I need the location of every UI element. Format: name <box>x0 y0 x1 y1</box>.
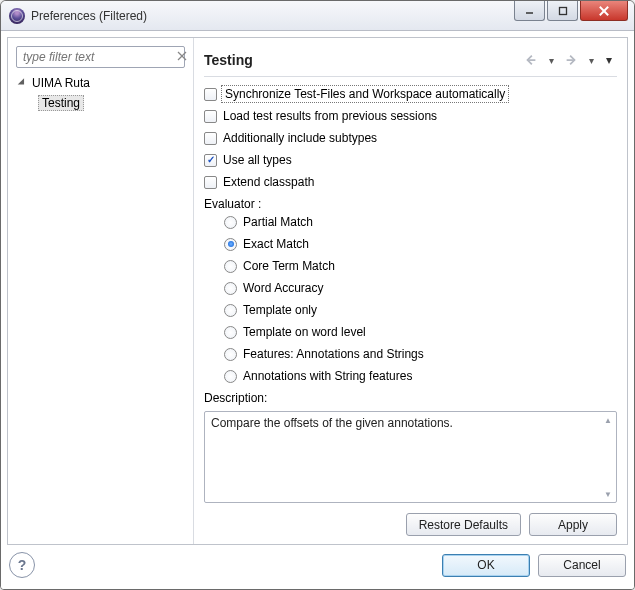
scroll-up-icon[interactable]: ▲ <box>600 412 616 428</box>
checkbox-icon[interactable] <box>204 154 217 167</box>
page-button-row: Restore Defaults Apply <box>204 503 617 536</box>
checkbox-label: Extend classpath <box>223 175 314 189</box>
checkbox-icon[interactable] <box>204 88 217 101</box>
description-textarea[interactable]: Compare the offsets of the given annotat… <box>204 411 617 503</box>
titlebar[interactable]: Preferences (Filtered) <box>1 1 634 31</box>
tree-item-label: Testing <box>38 95 84 111</box>
close-button[interactable] <box>580 1 628 21</box>
button-label: OK <box>477 558 494 572</box>
description-text: Compare the offsets of the given annotat… <box>211 416 598 430</box>
preference-page: Testing ▾ ▾ ▾ Synchronize Test-Fi <box>194 38 627 544</box>
radio-label: Partial Match <box>243 215 313 229</box>
radio-row[interactable]: Core Term Match <box>224 257 617 275</box>
maximize-button[interactable] <box>547 1 578 21</box>
svg-rect-1 <box>559 7 566 14</box>
checkbox-label: Additionally include subtypes <box>223 131 377 145</box>
radio-row[interactable]: Template only <box>224 301 617 319</box>
app-icon <box>9 8 25 24</box>
scroll-down-icon[interactable]: ▼ <box>600 486 616 502</box>
checkbox-row[interactable]: Synchronize Test-Files and Workspace aut… <box>204 85 617 103</box>
radio-icon[interactable] <box>224 304 237 317</box>
checkbox-label: Use all types <box>223 153 292 167</box>
radio-row[interactable]: Features: Annotations and Strings <box>224 345 617 363</box>
checkbox-row[interactable]: Additionally include subtypes <box>204 129 617 147</box>
page-header: Testing ▾ ▾ ▾ <box>204 46 617 74</box>
description-area: Compare the offsets of the given annotat… <box>204 411 617 503</box>
back-button[interactable] <box>521 51 541 69</box>
dialog-footer: ? OK Cancel <box>7 547 628 583</box>
radio-row[interactable]: Exact Match <box>224 235 617 253</box>
category-tree: UIMA Ruta Testing <box>16 74 185 112</box>
cancel-button[interactable]: Cancel <box>538 554 626 577</box>
view-menu-icon[interactable]: ▾ <box>601 53 617 67</box>
footer-buttons: OK Cancel <box>442 554 626 577</box>
preferences-window: Preferences (Filtered) <box>0 0 635 590</box>
tree-item-testing[interactable]: Testing <box>16 94 185 112</box>
tree-item-uima-ruta[interactable]: UIMA Ruta <box>16 74 185 92</box>
apply-button[interactable]: Apply <box>529 513 617 536</box>
radio-row[interactable]: Word Accuracy <box>224 279 617 297</box>
restore-defaults-button[interactable]: Restore Defaults <box>406 513 521 536</box>
clear-filter-icon[interactable] <box>176 50 188 65</box>
page-toolbar: ▾ ▾ ▾ <box>521 51 617 69</box>
radio-row[interactable]: Partial Match <box>224 213 617 231</box>
filter-input[interactable] <box>21 49 176 65</box>
category-panel: UIMA Ruta Testing <box>8 38 194 544</box>
button-label: Cancel <box>563 558 600 572</box>
radio-icon[interactable] <box>224 370 237 383</box>
forward-button[interactable] <box>561 51 581 69</box>
evaluator-label: Evaluator : <box>204 197 617 211</box>
radio-icon[interactable] <box>224 282 237 295</box>
radio-icon[interactable] <box>224 238 237 251</box>
radio-label: Core Term Match <box>243 259 335 273</box>
separator <box>204 76 617 77</box>
radio-label: Template on word level <box>243 325 366 339</box>
minimize-button[interactable] <box>514 1 545 21</box>
button-label: Restore Defaults <box>419 518 508 532</box>
radio-label: Word Accuracy <box>243 281 323 295</box>
window-controls <box>514 1 634 30</box>
radio-icon[interactable] <box>224 260 237 273</box>
expander-icon[interactable] <box>18 77 30 89</box>
scrollbar[interactable]: ▲ ▼ <box>600 412 616 502</box>
description-label: Description: <box>204 391 617 405</box>
checkbox-icon[interactable] <box>204 176 217 189</box>
title-left: Preferences (Filtered) <box>9 8 147 24</box>
radio-label: Exact Match <box>243 237 309 251</box>
radio-label: Template only <box>243 303 317 317</box>
window-title: Preferences (Filtered) <box>31 9 147 23</box>
content-area: UIMA Ruta Testing Testing ▾ <box>7 37 628 545</box>
evaluator-radio-group: Partial MatchExact MatchCore Term MatchW… <box>204 213 617 385</box>
checkbox-icon[interactable] <box>204 132 217 145</box>
button-label: Apply <box>558 518 588 532</box>
checkbox-row[interactable]: Use all types <box>204 151 617 169</box>
checkbox-row[interactable]: Extend classpath <box>204 173 617 191</box>
checkbox-label: Load test results from previous sessions <box>223 109 437 123</box>
back-menu-icon[interactable]: ▾ <box>543 55 559 66</box>
radio-label: Annotations with String features <box>243 369 412 383</box>
radio-icon[interactable] <box>224 348 237 361</box>
ok-button[interactable]: OK <box>442 554 530 577</box>
help-button[interactable]: ? <box>9 552 35 578</box>
tree-item-label: UIMA Ruta <box>32 76 90 90</box>
checkbox-group: Synchronize Test-Files and Workspace aut… <box>204 85 617 191</box>
radio-row[interactable]: Annotations with String features <box>224 367 617 385</box>
page-title: Testing <box>204 52 253 68</box>
radio-label: Features: Annotations and Strings <box>243 347 424 361</box>
checkbox-row[interactable]: Load test results from previous sessions <box>204 107 617 125</box>
filter-input-wrap[interactable] <box>16 46 185 68</box>
radio-icon[interactable] <box>224 216 237 229</box>
checkbox-icon[interactable] <box>204 110 217 123</box>
checkbox-label: Synchronize Test-Files and Workspace aut… <box>223 87 507 101</box>
radio-row[interactable]: Template on word level <box>224 323 617 341</box>
dialog-body: UIMA Ruta Testing Testing ▾ <box>1 31 634 589</box>
forward-menu-icon[interactable]: ▾ <box>583 55 599 66</box>
radio-icon[interactable] <box>224 326 237 339</box>
